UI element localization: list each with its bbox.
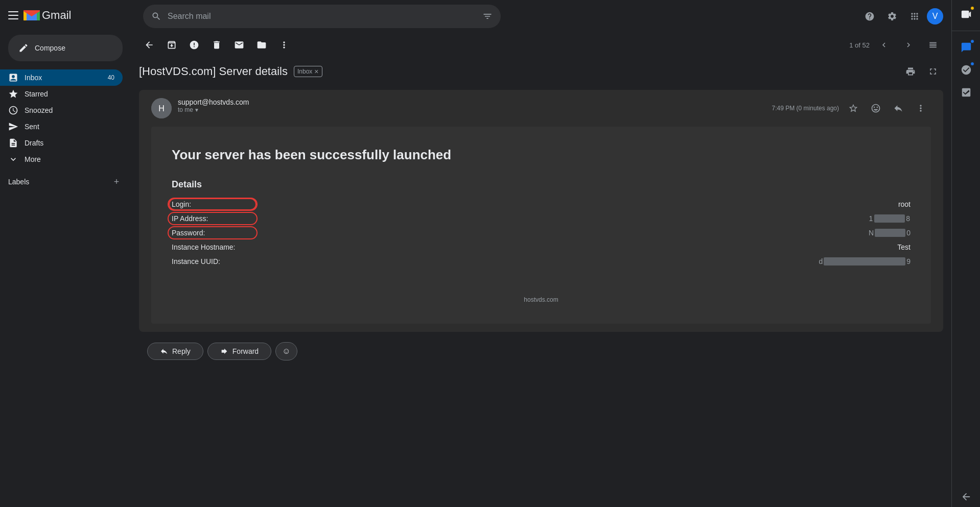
hamburger-menu-button[interactable] [8, 10, 18, 20]
delete-button[interactable] [206, 35, 227, 55]
email-area: 1 of 52 [HostVDS.com] Server details Inb… [131, 33, 951, 507]
email-header: H support@hostvds.com to me ▼ 7:49 PM (0… [151, 98, 931, 118]
reply-header-button[interactable] [888, 98, 908, 118]
ip-label: IP Address: [172, 214, 253, 223]
help-button[interactable] [859, 6, 880, 27]
print-button[interactable] [900, 61, 921, 82]
inbox-tag-badge[interactable]: Inbox × [294, 66, 322, 77]
inbox-badge-label: Inbox [297, 68, 312, 75]
gmail-text: Gmail [42, 9, 71, 22]
move-button[interactable] [251, 35, 272, 55]
sent-label: Sent [25, 123, 114, 131]
login-value: root [898, 200, 911, 208]
detail-row-ip: IP Address: 18 [172, 214, 911, 223]
next-email-button[interactable] [898, 35, 919, 55]
forward-button[interactable]: Forward [207, 343, 271, 360]
spam-button[interactable] [184, 35, 204, 55]
email-footer-domain: hostvds.com [172, 286, 911, 303]
compose-button[interactable]: Compose [8, 35, 123, 61]
labels-title: Labels [8, 178, 106, 186]
email-message: H support@hostvds.com to me ▼ 7:49 PM (0… [139, 90, 943, 332]
nav-snoozed[interactable]: Snoozed [0, 102, 123, 118]
password-label: Password: [172, 229, 253, 237]
tasks-button[interactable] [956, 82, 976, 103]
nav-more[interactable]: More [0, 151, 123, 167]
hostname-label: Instance Hostname: [172, 243, 253, 251]
detail-row-hostname: Instance Hostname: Test [172, 243, 911, 251]
account-avatar[interactable]: V [927, 8, 943, 25]
sender-to[interactable]: to me ▼ [178, 106, 766, 113]
detail-row-uuid: Instance UUID: d9 [172, 257, 911, 265]
sender-info: support@hostvds.com to me ▼ [178, 98, 766, 113]
starred-label: Starred [25, 90, 114, 98]
more-actions-button[interactable] [274, 35, 294, 55]
spaces-button[interactable] [956, 60, 976, 80]
nav-sent[interactable]: Sent [0, 118, 123, 135]
detail-row-login: Login: root [172, 200, 911, 208]
email-content: [HostVDS.com] Server details Inbox × [131, 57, 951, 507]
hostname-value: Test [897, 243, 911, 251]
to-me-chevron-icon: ▼ [194, 107, 199, 113]
detail-row-password: Password: N0 [172, 229, 911, 237]
uuid-label: Instance UUID: [172, 257, 253, 265]
email-subject-bar: [HostVDS.com] Server details Inbox × [139, 57, 943, 90]
sender-avatar: H [151, 98, 172, 118]
back-button[interactable] [139, 35, 159, 55]
inbox-icon [8, 73, 18, 83]
email-actions [843, 98, 931, 118]
drafts-label: Drafts [25, 139, 114, 147]
more-email-button[interactable] [911, 98, 931, 118]
emoji-icon: ☺ [282, 347, 290, 355]
uuid-value: d9 [819, 257, 911, 265]
right-panel [951, 0, 980, 507]
expand-button[interactable] [923, 61, 943, 82]
top-bar: V [131, 0, 951, 33]
nav-inbox[interactable]: Inbox 40 [0, 69, 123, 86]
labels-section: Labels + [0, 167, 131, 192]
more-label: More [25, 155, 114, 163]
search-input[interactable] [168, 12, 476, 21]
compose-pencil-icon [18, 43, 29, 53]
emoji-reaction-button[interactable] [866, 98, 886, 118]
meet-button[interactable] [956, 4, 976, 25]
mark-button[interactable] [229, 35, 249, 55]
email-pagination: 1 of 52 [849, 35, 943, 55]
email-subject: [HostVDS.com] Server details [139, 65, 288, 78]
nav-drafts[interactable]: Drafts [0, 135, 123, 151]
expand-panel-button[interactable] [956, 487, 976, 507]
labels-add-button[interactable]: + [110, 176, 123, 188]
email-timestamp: 7:49 PM (0 minutes ago) [772, 105, 839, 112]
search-icon [151, 11, 161, 21]
prev-email-button[interactable] [874, 35, 894, 55]
top-bar-icons: V [859, 6, 943, 27]
archive-button[interactable] [161, 35, 182, 55]
search-bar [143, 5, 501, 28]
reply-arrow-icon [160, 347, 168, 355]
emoji-reply-button[interactable]: ☺ [275, 342, 297, 360]
to-me-label: to me [178, 106, 193, 113]
ip-value: 18 [869, 214, 911, 223]
thread-view-button[interactable] [923, 35, 943, 55]
snoozed-icon [8, 105, 18, 115]
snoozed-label: Snoozed [25, 106, 114, 114]
sidebar-header: Gmail [0, 4, 131, 31]
gmail-logo: Gmail [22, 8, 71, 22]
sidebar: Gmail Compose Inbox 40 Starred Snoozed S… [0, 0, 131, 507]
nav-starred[interactable]: Starred [0, 86, 123, 102]
apps-button[interactable] [904, 6, 925, 27]
email-body: Your server has been successfully launch… [151, 127, 931, 324]
chat-button[interactable] [956, 37, 976, 58]
reply-button[interactable]: Reply [147, 343, 203, 360]
main-content: V [131, 0, 951, 507]
reply-label: Reply [172, 347, 191, 355]
search-filter-icon[interactable] [482, 11, 493, 21]
sent-icon [8, 122, 18, 132]
inbox-badge-x[interactable]: × [314, 67, 318, 76]
forward-label: Forward [232, 347, 259, 355]
settings-button[interactable] [882, 6, 902, 27]
star-button[interactable] [843, 98, 864, 118]
pagination-text: 1 of 52 [849, 41, 870, 49]
sender-name: support@hostvds.com [178, 98, 766, 106]
email-details-label: Details [172, 179, 911, 190]
password-value: N0 [869, 229, 911, 237]
